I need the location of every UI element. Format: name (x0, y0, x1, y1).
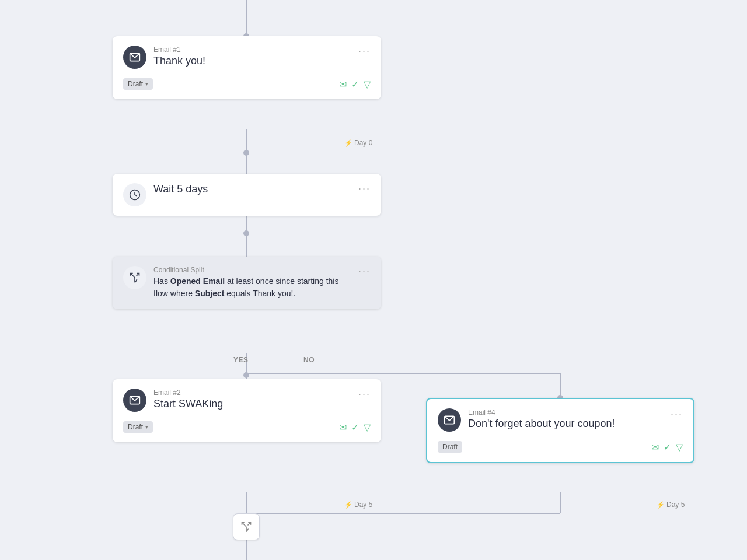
split-title-group: Conditional Split Has Opened Email at le… (153, 266, 351, 300)
split-card: Conditional Split Has Opened Email at le… (113, 257, 381, 309)
wait-title-group: Wait 5 days (153, 183, 351, 195)
day5-yes-label: ⚡ Day 5 (344, 501, 372, 509)
day5-yes-text: Day 5 (354, 501, 372, 509)
email2-header: Email #2 Start SWAKing ··· (123, 388, 371, 412)
email2-footer-icons: ✉ ✓ ▽ (339, 422, 371, 433)
email2-icon (123, 388, 146, 412)
no-label: NO (303, 356, 315, 364)
split-description: Has Opened Email at least once since sta… (153, 275, 351, 300)
email1-caret-icon: ▾ (145, 81, 148, 87)
day0-label: ⚡ Day 0 (344, 139, 372, 147)
yes-label: YES (233, 356, 249, 364)
email1-footer-icons: ✉ ✓ ▽ (339, 79, 371, 90)
email1-icon (123, 46, 146, 69)
email4-menu[interactable]: ··· (671, 408, 683, 419)
email2-subtitle: Email #2 (153, 388, 351, 397)
email2-draft-badge[interactable]: Draft ▾ (123, 421, 153, 433)
email2-filter-icon[interactable]: ▽ (364, 422, 371, 433)
email4-title: Don't forget about your coupon! (468, 418, 664, 430)
email1-title: Thank you! (153, 55, 351, 67)
email4-header: Email #4 Don't forget about your coupon!… (438, 408, 683, 432)
wait-icon (123, 183, 146, 206)
email4-open-icon[interactable]: ✉ (651, 442, 659, 453)
email4-draft-badge[interactable]: Draft (438, 441, 462, 453)
email4-card: Email #4 Don't forget about your coupon!… (426, 398, 694, 463)
email2-title-group: Email #2 Start SWAKing (153, 388, 351, 410)
email2-caret-icon: ▾ (145, 424, 148, 430)
email4-footer-icons: ✉ ✓ ▽ (651, 442, 683, 453)
email2-check-icon[interactable]: ✓ (351, 422, 359, 433)
email2-title: Start SWAKing (153, 398, 351, 410)
email1-title-group: Email #1 Thank you! (153, 46, 351, 67)
email1-filter-icon[interactable]: ▽ (364, 79, 371, 90)
merge-node[interactable] (233, 513, 260, 540)
email1-draft-label: Draft (128, 80, 143, 88)
email2-card: Email #2 Start SWAKing ··· Draft ▾ ✉ ✓ ▽ (113, 379, 381, 442)
email1-subtitle: Email #1 (153, 46, 351, 54)
day5-no-label: ⚡ Day 5 (657, 501, 685, 509)
email4-icon (438, 408, 461, 432)
svg-point-3 (243, 150, 249, 156)
wait-menu[interactable]: ··· (358, 183, 371, 194)
svg-point-5 (243, 230, 249, 236)
email4-subtitle: Email #4 (468, 408, 664, 416)
email4-footer: Draft ✉ ✓ ▽ (438, 441, 683, 453)
split-menu[interactable]: ··· (358, 266, 371, 276)
email1-draft-badge[interactable]: Draft ▾ (123, 78, 153, 90)
wait-card: Wait 5 days ··· (113, 174, 381, 216)
split-header: Conditional Split Has Opened Email at le… (123, 266, 371, 300)
email2-draft-label: Draft (128, 423, 143, 431)
email1-footer: Draft ▾ ✉ ✓ ▽ (123, 78, 371, 90)
day5-no-text: Day 5 (666, 501, 685, 509)
email2-footer: Draft ▾ ✉ ✓ ▽ (123, 421, 371, 433)
email4-filter-icon[interactable]: ▽ (676, 442, 683, 453)
email4-title-group: Email #4 Don't forget about your coupon! (468, 408, 664, 430)
day0-text: Day 0 (354, 139, 372, 147)
day0-bolt-icon: ⚡ (344, 139, 352, 147)
email4-check-icon[interactable]: ✓ (664, 442, 671, 453)
email2-open-icon[interactable]: ✉ (339, 422, 347, 433)
wait-title: Wait 5 days (153, 183, 351, 195)
svg-point-7 (243, 372, 249, 378)
email1-header: Email #1 Thank you! ··· (123, 46, 371, 69)
day5-no-bolt-icon: ⚡ (657, 501, 665, 509)
split-subtitle: Conditional Split (153, 266, 351, 274)
split-icon (123, 266, 146, 289)
email1-card: Email #1 Thank you! ··· Draft ▾ ✉ ✓ ▽ (113, 36, 381, 99)
wait-header: Wait 5 days ··· (123, 183, 371, 206)
email2-menu[interactable]: ··· (358, 388, 371, 399)
email1-open-icon[interactable]: ✉ (339, 79, 347, 90)
email4-draft-label: Draft (442, 443, 458, 451)
day5-yes-bolt-icon: ⚡ (344, 501, 352, 509)
email1-menu[interactable]: ··· (358, 46, 371, 56)
flow-canvas: Email #1 Thank you! ··· Draft ▾ ✉ ✓ ▽ ⚡ … (0, 0, 747, 560)
email1-check-icon[interactable]: ✓ (351, 79, 359, 90)
